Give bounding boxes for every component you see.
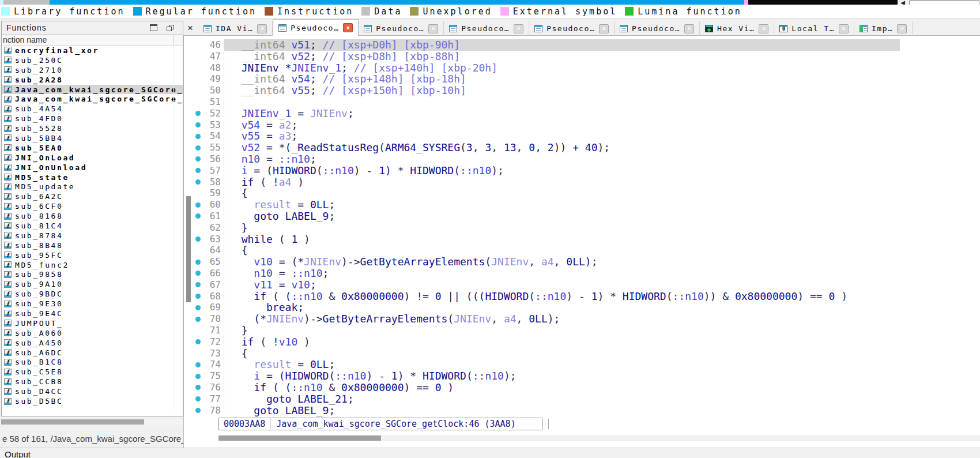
scrollbar-thumb[interactable]	[186, 196, 191, 302]
function-row[interactable]: fsub_A060	[2, 328, 183, 338]
tab-pseudoco-[interactable]: Pseudoco…×	[529, 21, 615, 36]
function-row[interactable]: fsub_8784	[2, 231, 183, 241]
tab-close-icon[interactable]: ×	[428, 24, 438, 33]
function-row[interactable]: fsub_6A2C	[2, 192, 183, 201]
tab-close-icon[interactable]: ×	[759, 24, 768, 33]
code-line[interactable]: 60 result = 0LL;	[192, 199, 980, 211]
tab-imp-[interactable]: Imp…×	[854, 21, 913, 36]
function-row[interactable]: fsub_D4CC	[2, 386, 183, 396]
function-row[interactable]: fsub_9858	[2, 269, 183, 279]
function-row[interactable]: fsub_81C4	[2, 221, 183, 231]
function-row[interactable]: fsub_2710	[2, 65, 183, 75]
tab-close-icon[interactable]: ×	[684, 24, 694, 33]
code-line[interactable]: 65 v10 = (*JNIEnv)->GetByteArrayElements…	[192, 256, 980, 268]
tab-close-icon[interactable]: ×	[897, 24, 907, 33]
tab-pseudoco-[interactable]: Pseudoco…×	[359, 21, 444, 36]
function-row[interactable]: fsub_9BDC	[2, 289, 183, 299]
function-row[interactable]: fsub_4FD0	[2, 114, 183, 123]
pane-close-button[interactable]: ×	[185, 23, 195, 33]
code-line[interactable]: 70 (*JNIEnv)->GetByteArrayElements(JNIEn…	[192, 313, 980, 325]
code-line[interactable]: 58 if ( !a4 )	[192, 177, 980, 188]
function-row[interactable]: fsub_5528	[2, 123, 183, 133]
function-row[interactable]: fsub_6CF0	[2, 201, 183, 211]
function-row[interactable]: fsub_250C	[2, 55, 183, 65]
float-windows-icon[interactable]	[167, 25, 174, 31]
function-row[interactable]: fMD5_func2	[2, 260, 183, 270]
tab-close-icon[interactable]: ×	[514, 24, 523, 33]
code-line[interactable]: 55 v52 = *(_ReadStatusReg(ARM64_SYSREG(3…	[192, 142, 980, 153]
functions-status-text: e 58 of 161, /Java_com_kwai_sgcore_SGCor…	[2, 434, 186, 444]
function-row[interactable]: fsub_D5BC	[2, 396, 183, 406]
function-row[interactable]: fJUMPOUT_	[2, 318, 183, 328]
tab-close-icon[interactable]: ×	[839, 24, 849, 33]
tab-close-icon[interactable]: ×	[343, 23, 353, 32]
function-row[interactable]: fsub_9E4C	[2, 309, 183, 318]
code-line[interactable]: 67 v11 = v10;	[192, 279, 980, 291]
code-line[interactable]: 63 while ( 1 )	[192, 234, 980, 245]
function-row[interactable]: fsub_5BB4	[2, 133, 183, 143]
function-row[interactable]: fsub_9A10	[2, 279, 183, 289]
function-row[interactable]: fsub_8B48	[2, 241, 183, 250]
code-line[interactable]: 64 {	[192, 245, 980, 256]
function-row[interactable]: fJava_com_kwai_sgcore_SGCore_getC	[2, 85, 183, 95]
code-line[interactable]: 76 if ( (::n10 & 0x80000000) == 0 )	[192, 382, 980, 393]
tab-pseudoco-[interactable]: Pseudoco…×	[273, 19, 359, 36]
code-line[interactable]: 59 {	[192, 187, 980, 199]
function-row[interactable]: fsub_95FC	[2, 250, 183, 260]
function-row[interactable]: fsub_CCB8	[2, 377, 183, 386]
tab-hex-vi-[interactable]: Hex Vi…×	[700, 21, 774, 36]
tab-close-icon[interactable]: ×	[257, 24, 267, 33]
code-line[interactable]: 57 i = (HIDWORD(::n10) - 1) * HIDWORD(::…	[192, 165, 980, 177]
function-row[interactable]: fJNI_OnLoad	[2, 153, 183, 163]
function-row[interactable]: fJava_com_kwai_sgcore_SGCore_getM	[2, 94, 183, 104]
scrollbar-thumb[interactable]	[1, 419, 144, 425]
code-line[interactable]: 49 __int64 v54; // [xsp+148h] [xbp-18h]	[192, 73, 980, 85]
function-row[interactable]: fsub_9E30	[2, 299, 183, 309]
function-row[interactable]: fsub_A450	[2, 338, 183, 348]
function-row[interactable]: fsub_5EA0	[2, 143, 183, 153]
code-line[interactable]: 77 goto LABEL_21;	[192, 393, 980, 405]
code-line[interactable]: 62 }	[192, 222, 980, 234]
code-line[interactable]: 48 JNIEnv *JNIEnv_1; // [xsp+140h] [xbp-…	[192, 62, 980, 74]
tab-close-icon[interactable]: ×	[599, 24, 609, 33]
maximize-icon[interactable]	[150, 24, 157, 31]
function-row[interactable]: fsub_4A54	[2, 104, 183, 114]
functions-hscrollbar[interactable]	[1, 419, 183, 425]
code-line[interactable]: 61 goto LABEL_9;	[192, 211, 980, 222]
code-line[interactable]: 51	[192, 96, 980, 108]
code-line[interactable]: 73 {	[192, 348, 980, 359]
code-line[interactable]: 75 i = (HIDWORD(::n10) - 1) * HIDWORD(::…	[192, 370, 980, 382]
code-line[interactable]: 72 if ( !v10 )	[192, 336, 980, 348]
navigation-band[interactable]	[0, 0, 980, 5]
function-name: Java_com_kwai_sgcore_SGCore_getC	[15, 85, 183, 94]
code-line[interactable]: 47 __int64 v52; // [xsp+D8h] [xbp-88h]	[192, 51, 980, 62]
scrollbar-thumb[interactable]	[218, 436, 381, 441]
code-line[interactable]: 78 goto LABEL_9;	[192, 405, 980, 416]
code-line[interactable]: 50 __int64 v55; // [xsp+150h] [xbp-10h]	[192, 85, 980, 96]
code-line[interactable]: 56 n10 = ::n10;	[192, 153, 980, 165]
code-line[interactable]: 46 __int64 v51; // [xsp+D0h] [xbp-90h]	[192, 39, 980, 51]
function-row[interactable]: fencryfinal_xor	[2, 46, 183, 55]
function-row[interactable]: fMD5_state	[2, 172, 183, 182]
code-line[interactable]: 54 v55 = a3;	[192, 130, 980, 142]
tab-pseudoco-[interactable]: Pseudoco…×	[444, 21, 529, 36]
tab-local-t-[interactable]: 0Local T…×	[774, 21, 854, 36]
function-row[interactable]: fJNI_OnUnload	[2, 163, 183, 172]
function-name-column-header[interactable]: nction name	[2, 35, 183, 46]
code-line[interactable]: 74 result = 0LL;	[192, 359, 980, 370]
tab-pseudoco-[interactable]: Pseudoco…×	[615, 21, 700, 36]
function-row[interactable]: fsub_C5E8	[2, 367, 183, 377]
code-line[interactable]: 53 v54 = a2;	[192, 119, 980, 131]
code-hscrollbar[interactable]	[218, 435, 980, 441]
function-row[interactable]: fsub_B1C8	[2, 358, 183, 367]
function-row[interactable]: fsub_A6DC	[2, 348, 183, 358]
tab-ida-vi-[interactable]: IDA Vi…×	[198, 21, 273, 36]
function-row[interactable]: fMD5_update	[2, 182, 183, 192]
code-line[interactable]: 52 JNIEnv_1 = JNIEnv;	[192, 108, 980, 119]
code-line[interactable]: 69 break;	[192, 302, 980, 313]
code-line[interactable]: 66 n10 = ::n10;	[192, 268, 980, 279]
code-line[interactable]: 68 if ( (::n10 & 0x80000000) != 0 || (((…	[192, 291, 980, 302]
function-row[interactable]: fsub_2A28	[2, 75, 183, 85]
code-line[interactable]: 71 }	[192, 325, 980, 336]
function-row[interactable]: fsub_8168	[2, 211, 183, 221]
